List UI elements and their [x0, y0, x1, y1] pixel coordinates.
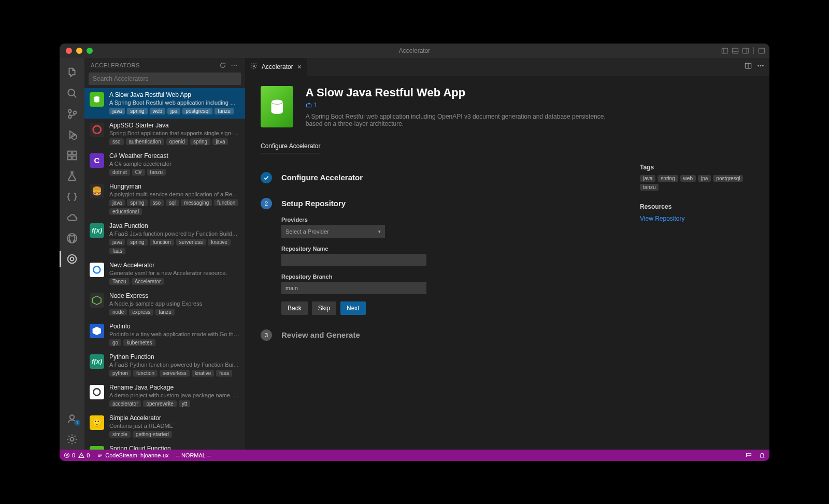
- tag[interactable]: spring: [658, 175, 678, 182]
- subtab-configure[interactable]: Configure Accelerator: [261, 142, 320, 153]
- tag[interactable]: go: [109, 339, 121, 346]
- tag[interactable]: authentication: [126, 138, 164, 145]
- tag[interactable]: java: [640, 175, 655, 182]
- tag[interactable]: C#: [132, 169, 145, 176]
- split-editor-icon[interactable]: [745, 62, 752, 71]
- tag[interactable]: function: [133, 370, 158, 377]
- tag[interactable]: tanzu: [640, 184, 659, 191]
- status-bell-icon[interactable]: [759, 452, 765, 458]
- next-button[interactable]: Next: [340, 301, 366, 315]
- cloud-icon[interactable]: [60, 207, 84, 228]
- tag[interactable]: function: [150, 239, 174, 246]
- tag[interactable]: serverless: [176, 239, 206, 246]
- beaker-icon[interactable]: [60, 166, 84, 186]
- accelerator-item[interactable]: Spring Cloud Function A simple Spring Cl…: [84, 442, 245, 450]
- tanzu-icon[interactable]: [60, 249, 84, 269]
- refresh-icon[interactable]: [218, 61, 227, 70]
- tag[interactable]: jpa: [167, 108, 180, 114]
- search-input[interactable]: [89, 73, 241, 85]
- tag[interactable]: Tanzu: [109, 278, 130, 285]
- tag[interactable]: dotnet: [109, 169, 130, 176]
- tag[interactable]: postgresql: [713, 175, 743, 182]
- tag[interactable]: express: [129, 309, 153, 315]
- run-debug-icon[interactable]: [60, 124, 84, 145]
- github-icon[interactable]: [60, 228, 84, 249]
- accelerator-item[interactable]: 🍔 Hungryman A polyglot multi-service dem…: [84, 180, 245, 219]
- accelerator-item[interactable]: f(x) Java Function A FaaS Java function …: [84, 219, 245, 258]
- tag[interactable]: sql: [166, 199, 179, 206]
- tag[interactable]: web: [150, 108, 165, 114]
- tag[interactable]: tanzu: [215, 108, 233, 114]
- status-feedback-icon[interactable]: [746, 452, 752, 458]
- tag[interactable]: openrewrite: [143, 400, 176, 407]
- layout-full-icon[interactable]: [758, 47, 765, 54]
- accelerator-item[interactable]: Node Express A Node.js sample app using …: [84, 289, 245, 320]
- tag[interactable]: node: [109, 309, 127, 315]
- tag[interactable]: faas: [216, 370, 232, 377]
- providers-select[interactable]: Select a Provider ▾: [281, 225, 385, 238]
- back-button[interactable]: Back: [281, 301, 308, 315]
- tag[interactable]: spring: [127, 239, 147, 246]
- tag[interactable]: java: [212, 138, 228, 145]
- tag[interactable]: getting-started: [133, 431, 172, 438]
- tag[interactable]: web: [680, 175, 696, 182]
- accelerator-item[interactable]: Rename Java Package A demo project with …: [84, 381, 245, 411]
- extensions-icon[interactable]: [60, 145, 84, 166]
- layout-left-icon[interactable]: [721, 47, 728, 54]
- tag[interactable]: knative: [192, 370, 215, 377]
- layout-bottom-icon[interactable]: [732, 47, 739, 54]
- tag[interactable]: java: [109, 199, 125, 206]
- explorer-icon[interactable]: [60, 62, 84, 83]
- skip-button[interactable]: Skip: [312, 301, 336, 315]
- tag[interactable]: simple: [109, 431, 131, 438]
- tag[interactable]: spring: [127, 108, 147, 114]
- tag[interactable]: openid: [166, 138, 188, 145]
- accelerator-item[interactable]: C C# Weather Forecast A C# sample accele…: [84, 149, 245, 180]
- tag[interactable]: tanzu: [155, 309, 174, 315]
- tag[interactable]: kubernetes: [123, 339, 155, 346]
- tag[interactable]: postgresql: [182, 108, 212, 114]
- tag[interactable]: tanzu: [147, 169, 166, 176]
- tag[interactable]: sso: [109, 138, 124, 145]
- tag[interactable]: spring: [127, 199, 147, 206]
- accelerator-item[interactable]: A Slow Java Restful Web App A Spring Boo…: [84, 88, 245, 119]
- detail-badge[interactable]: 1: [306, 102, 318, 109]
- settings-icon[interactable]: [60, 429, 84, 450]
- accelerator-item[interactable]: 🙂 Simple Accelerator Contains just a REA…: [84, 411, 245, 442]
- accelerator-list[interactable]: A Slow Java Restful Web App A Spring Boo…: [84, 88, 245, 450]
- status-warnings[interactable]: 0: [78, 452, 90, 458]
- tag[interactable]: knative: [208, 239, 231, 246]
- accelerator-item[interactable]: AppSSO Starter Java Spring Boot applicat…: [84, 119, 245, 149]
- tag[interactable]: accelerator: [109, 400, 141, 407]
- repo-name-input[interactable]: [281, 254, 426, 266]
- accounts-icon[interactable]: 1: [60, 408, 84, 429]
- tag[interactable]: Accelerator: [132, 278, 164, 285]
- tag[interactable]: java: [109, 108, 125, 114]
- status-codestream[interactable]: CodeStream: hjoanne-ux: [97, 452, 168, 458]
- accelerator-item[interactable]: Podinfo Podinfo is a tiny web applicatio…: [84, 320, 245, 350]
- layout-right-icon[interactable]: [742, 47, 749, 54]
- tag[interactable]: serverless: [160, 370, 190, 377]
- tag[interactable]: python: [109, 370, 131, 377]
- tag[interactable]: messaging: [181, 199, 212, 206]
- close-icon[interactable]: ×: [297, 63, 302, 70]
- tag[interactable]: faas: [109, 248, 125, 254]
- view-repository-link[interactable]: View Repository: [640, 215, 684, 222]
- tag[interactable]: java: [109, 239, 125, 246]
- accelerator-item[interactable]: New Accelerator Generate yaml for a new …: [84, 258, 245, 289]
- tag[interactable]: jpa: [698, 175, 711, 182]
- accelerator-item[interactable]: f(x) Python Function A FaaS Python funct…: [84, 350, 245, 381]
- more-icon[interactable]: [230, 61, 239, 70]
- tag[interactable]: ytt: [179, 400, 191, 407]
- tab-accelerator[interactable]: Accelerator ×: [245, 58, 307, 76]
- tag[interactable]: function: [214, 199, 238, 206]
- bracket-icon[interactable]: [60, 186, 84, 207]
- tag[interactable]: sso: [150, 199, 164, 206]
- search-icon[interactable]: [60, 83, 84, 104]
- status-errors[interactable]: 0: [64, 452, 75, 458]
- tag[interactable]: spring: [190, 138, 210, 145]
- tag[interactable]: educational: [109, 208, 142, 215]
- editor-more-icon[interactable]: [757, 62, 764, 71]
- source-control-icon[interactable]: [60, 104, 84, 124]
- repo-branch-input[interactable]: [281, 282, 426, 294]
